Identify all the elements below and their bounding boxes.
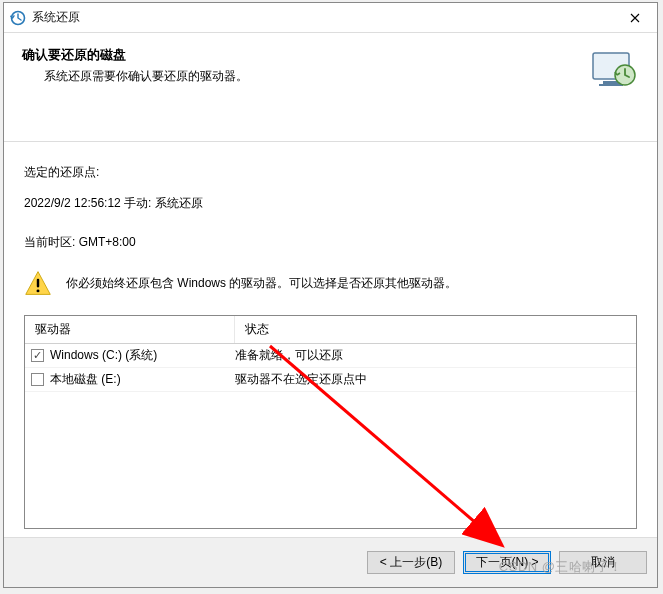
- drive-status: 准备就绪，可以还原: [235, 347, 630, 364]
- drive-name: Windows (C:) (系统): [50, 347, 157, 364]
- column-header-status[interactable]: 状态: [235, 316, 636, 343]
- window-title: 系统还原: [32, 9, 613, 26]
- svg-rect-3: [599, 84, 623, 86]
- dialog-content: 确认要还原的磁盘 系统还原需要你确认要还原的驱动器。 选定的还原点: 2022/…: [4, 33, 657, 537]
- system-restore-dialog: 系统还原 确认要还原的磁盘 系统还原需要你确认要还原的驱动器。: [3, 2, 658, 588]
- wizard-footer: < 上一步(B) 下一页(N) > 取消: [4, 537, 657, 587]
- table-row[interactable]: 本地磁盘 (E:) 驱动器不在选定还原点中: [25, 368, 636, 392]
- drive-checkbox[interactable]: [31, 349, 44, 362]
- back-button[interactable]: < 上一步(B): [367, 551, 455, 574]
- drive-checkbox[interactable]: [31, 373, 44, 386]
- warning-icon: [24, 269, 52, 297]
- system-restore-icon: [10, 10, 26, 26]
- column-header-drive[interactable]: 驱动器: [25, 316, 235, 343]
- svg-rect-5: [37, 279, 39, 288]
- header-separator: [4, 141, 657, 142]
- cancel-button[interactable]: 取消: [559, 551, 647, 574]
- selected-restore-point-label: 选定的还原点:: [24, 164, 637, 181]
- drive-status: 驱动器不在选定还原点中: [235, 371, 630, 388]
- drive-name: 本地磁盘 (E:): [50, 371, 121, 388]
- close-button[interactable]: [613, 3, 657, 32]
- drive-table: 驱动器 状态 Windows (C:) (系统) 准备就绪，可以还原 本地磁盘 …: [24, 315, 637, 529]
- warning-row: 你必须始终还原包含 Windows 的驱动器。可以选择是否还原其他驱动器。: [24, 269, 637, 297]
- table-header: 驱动器 状态: [25, 316, 636, 344]
- restore-monitor-icon: [583, 45, 643, 95]
- next-button[interactable]: 下一页(N) >: [463, 551, 551, 574]
- page-heading: 确认要还原的磁盘: [22, 47, 583, 64]
- table-row[interactable]: Windows (C:) (系统) 准备就绪，可以还原: [25, 344, 636, 368]
- timezone-label: 当前时区: GMT+8:00: [24, 234, 637, 251]
- titlebar: 系统还原: [4, 3, 657, 33]
- page-subheading: 系统还原需要你确认要还原的驱动器。: [44, 68, 583, 85]
- dialog-header: 确认要还原的磁盘 系统还原需要你确认要还原的驱动器。: [18, 45, 643, 95]
- svg-point-6: [37, 289, 40, 292]
- warning-text: 你必须始终还原包含 Windows 的驱动器。可以选择是否还原其他驱动器。: [66, 275, 457, 292]
- restore-point-value: 2022/9/2 12:56:12 手动: 系统还原: [24, 195, 637, 212]
